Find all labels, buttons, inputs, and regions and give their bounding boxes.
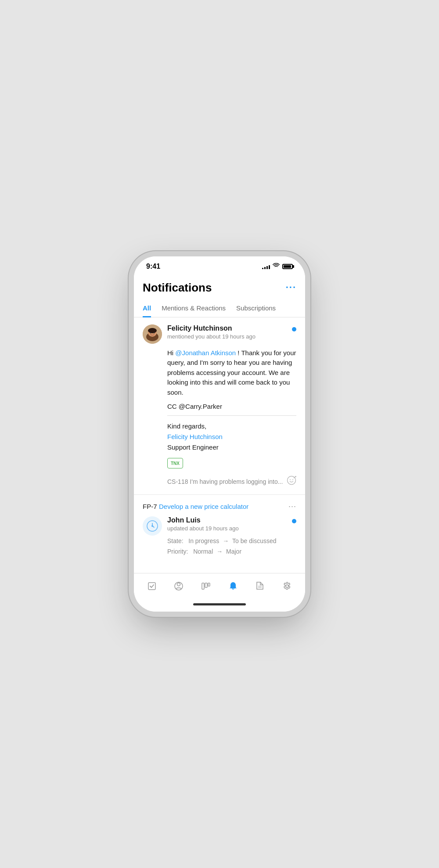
- tab-all[interactable]: All: [143, 300, 151, 317]
- wifi-icon: [273, 263, 280, 270]
- tab-bar-board[interactable]: [198, 580, 214, 595]
- phone-frame: 9:41 Notification: [134, 256, 305, 612]
- settings-icon: [282, 581, 292, 594]
- svg-point-20: [286, 585, 288, 587]
- issue-preview-row[interactable]: CS-118 I'm having problems logging into.…: [167, 475, 296, 487]
- notification-body: Hi @Jonathan Atkinson ! Thank you for yo…: [143, 348, 296, 488]
- tab-bar-tasks[interactable]: [144, 580, 160, 595]
- home-indicator: [134, 600, 305, 612]
- issue-avatar: [143, 516, 162, 536]
- svg-point-8: [292, 479, 293, 480]
- unread-indicator: [292, 327, 296, 331]
- cc-line: CC @Carry.Parker: [167, 403, 296, 416]
- battery-icon: [282, 264, 293, 269]
- tab-bar-help[interactable]: [170, 580, 187, 595]
- issue-time: updated about 19 hours ago: [167, 525, 239, 532]
- status-icons: [262, 263, 293, 270]
- issue-username: John Luis: [167, 516, 239, 524]
- tab-bar-notifications[interactable]: [225, 580, 241, 595]
- mention-link[interactable]: @Jonathan Atkinson: [175, 349, 236, 357]
- spacer: [134, 564, 305, 573]
- status-time: 9:41: [146, 263, 160, 270]
- issue-preview-text: CS-118 I'm having problems logging into.…: [167, 478, 283, 485]
- svg-point-4: [150, 332, 151, 333]
- issue-more-button[interactable]: ···: [288, 502, 296, 511]
- issue-notification-john[interactable]: John Luis updated about 19 hours ago Sta…: [143, 516, 296, 564]
- mention-message: Hi @Jonathan Atkinson ! Thank you for yo…: [167, 348, 296, 398]
- board-icon: [201, 581, 211, 594]
- signature-role: Support Engineer: [167, 442, 296, 453]
- notification-username: Felicity Hutchinson: [167, 324, 287, 332]
- signature-greeting: Kind regards,: [167, 421, 296, 432]
- notifications-icon: [228, 581, 238, 594]
- signature-name-link[interactable]: Felicity Hutchinson: [167, 433, 223, 440]
- emoji-react-icon[interactable]: [287, 475, 296, 487]
- issue-changes: State: In progress → To be discussed Pri…: [167, 536, 296, 557]
- svg-rect-16: [205, 583, 207, 587]
- tab-subscriptions[interactable]: Subscriptions: [236, 300, 276, 317]
- notification-felicity[interactable]: Felicity Hutchinson mentioned you about …: [134, 317, 305, 495]
- issue-meta: John Luis updated about 19 hours ago Sta…: [167, 516, 296, 557]
- home-bar: [193, 603, 246, 605]
- help-icon: [174, 581, 184, 594]
- issue-title-link[interactable]: Develop a new price calculator: [159, 503, 248, 510]
- tab-bar-settings[interactable]: [279, 580, 295, 595]
- issue-ref: FP-7 Develop a new price calculator ···: [143, 502, 296, 511]
- issue-change-state: State: In progress → To be discussed: [167, 536, 296, 547]
- svg-rect-17: [208, 583, 210, 586]
- svg-rect-12: [148, 583, 155, 590]
- svg-point-3: [148, 328, 157, 333]
- tabs-container: All Mentions & Reactions Subscriptions: [134, 300, 305, 317]
- svg-point-9: [295, 476, 296, 477]
- issue-unread-indicator: [292, 519, 296, 523]
- screen-content: Notifications ··· All Mentions & Reactio…: [134, 274, 305, 573]
- svg-point-5: [154, 332, 155, 333]
- svg-point-14: [177, 583, 180, 586]
- tab-mentions[interactable]: Mentions & Reactions: [162, 300, 226, 317]
- notification-meta: Felicity Hutchinson mentioned you about …: [167, 324, 287, 340]
- issue-ref-id: FP-7: [143, 503, 157, 510]
- more-menu-button[interactable]: ···: [286, 282, 296, 293]
- svg-point-7: [290, 479, 291, 480]
- status-bar: 9:41: [134, 256, 305, 274]
- tnx-badge: TNX: [167, 458, 183, 468]
- signal-icon: [262, 264, 270, 269]
- issue-section-fp7: FP-7 Develop a new price calculator ···: [134, 495, 305, 564]
- svg-rect-15: [202, 583, 204, 589]
- docs-icon: [255, 581, 265, 594]
- issue-change-priority: Priority: Normal → Major: [167, 547, 296, 557]
- tasks-icon: [147, 581, 157, 594]
- page-header: Notifications ···: [134, 274, 305, 300]
- svg-point-11: [151, 525, 153, 527]
- page-title: Notifications: [143, 281, 212, 295]
- bottom-tab-bar: [134, 573, 305, 600]
- tab-bar-docs[interactable]: [252, 580, 268, 595]
- notification-time: mentioned you about 19 hours ago: [167, 333, 287, 340]
- avatar: [143, 324, 162, 344]
- signature: Kind regards, Felicity Hutchinson Suppor…: [167, 421, 296, 453]
- notification-header: Felicity Hutchinson mentioned you about …: [143, 324, 296, 344]
